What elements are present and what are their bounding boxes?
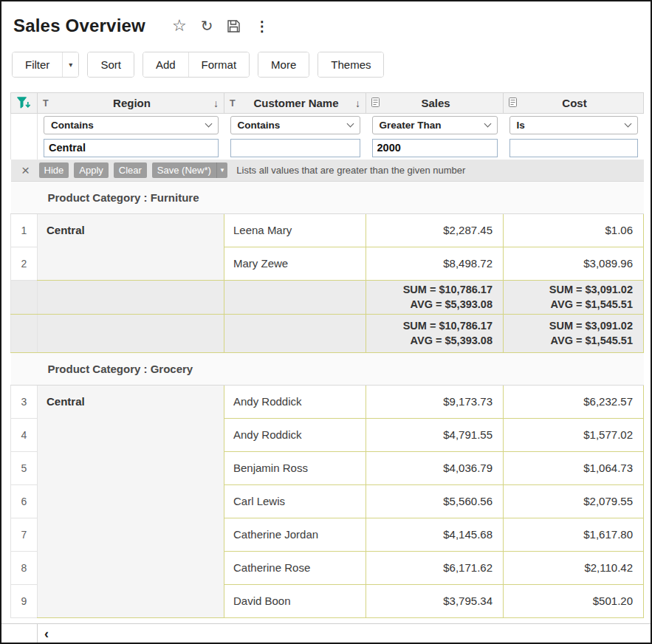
filter-button[interactable]: Filter: [13, 52, 62, 77]
cost-cell: $2,079.55: [504, 484, 644, 518]
region-filter-cell: [38, 137, 224, 160]
sort-button[interactable]: Sort: [88, 52, 134, 77]
row-number: [11, 280, 38, 314]
refresh-icon[interactable]: ↻: [201, 18, 213, 33]
region-operator-dropdown[interactable]: Contains: [44, 116, 219, 134]
row-number: 7: [11, 518, 38, 551]
cost-operator-cell: Is: [504, 114, 644, 137]
sales-cell: $4,791.55: [366, 418, 504, 451]
row-number-spacer: [11, 114, 38, 137]
scroll-corner: [1, 624, 38, 643]
filter-caret-icon[interactable]: ▾: [62, 52, 78, 77]
customer-operator-dropdown[interactable]: Contains: [230, 116, 360, 134]
sales-operator-cell: Greater Than: [366, 114, 504, 137]
table-row: 3 Central Andy Roddick $9,173.73 $6,232.…: [11, 385, 644, 418]
funnel-sort-icon: [16, 97, 32, 109]
chevron-down-icon: [484, 120, 491, 127]
column-header-customer-name[interactable]: T Customer Name ↓: [224, 93, 366, 114]
operator-value: Contains: [238, 120, 281, 131]
sales-filter-input[interactable]: [372, 139, 498, 157]
avg-value: AVG = $5,393.08: [366, 333, 493, 348]
close-filter-icon[interactable]: ×: [18, 163, 34, 177]
customer-cell: Andy Roddick: [224, 385, 366, 418]
themes-button[interactable]: Themes: [318, 52, 383, 77]
sales-cell: $8,498.72: [366, 247, 504, 280]
save-icon[interactable]: [227, 19, 241, 33]
row-number-spacer: [11, 137, 38, 160]
cost-cell: $1,577.02: [504, 418, 644, 451]
customer-cell: [224, 314, 366, 352]
save-filter-button[interactable]: Save (New*): [152, 162, 216, 178]
filter-hint-text: Lists all values that are greater than t…: [236, 165, 465, 176]
table-row: 1 Central Leena Mary $2,287.45 $1.06: [11, 213, 644, 247]
toolbar: Filter ▾ Sort Add Format More Themes: [12, 52, 651, 78]
cost-cell: $2,110.42: [504, 551, 644, 584]
region-operator-cell: Contains: [38, 114, 224, 137]
avg-value: AVG = $1,545.51: [504, 297, 633, 312]
themes-button-group: Themes: [318, 52, 384, 78]
favorite-star-icon[interactable]: ☆: [172, 18, 187, 34]
more-button[interactable]: More: [258, 52, 309, 77]
row-number: 4: [11, 418, 38, 451]
cost-filter-input[interactable]: [509, 139, 638, 157]
region-filter-input[interactable]: [44, 139, 219, 157]
format-button[interactable]: Format: [188, 52, 250, 77]
grand-summary-row: SUM = $10,786.17 AVG = $5,393.08 SUM = $…: [11, 314, 644, 352]
customer-cell: David Boon: [224, 584, 366, 617]
apply-button[interactable]: Apply: [74, 162, 109, 178]
customer-cell: [224, 280, 366, 314]
cost-cell: $1,064.73: [504, 451, 644, 484]
title-actions: ☆ ↻ ⋮: [172, 18, 270, 34]
save-filter-split-button: Save (New*) ▾: [152, 162, 228, 178]
text-type-icon: T: [43, 98, 54, 109]
column-label: Customer Name: [241, 97, 351, 109]
data-grid: T Region ↓ T Customer Name ↓: [10, 92, 644, 618]
sales-cell: $9,173.73: [366, 385, 504, 418]
sales-filter-cell: [366, 137, 504, 160]
row-number: 3: [11, 385, 38, 418]
chevron-down-icon: [624, 120, 631, 127]
sales-cell: $4,036.79: [366, 451, 504, 484]
hide-button[interactable]: Hide: [39, 162, 69, 178]
customer-cell: Andy Roddick: [224, 418, 366, 451]
customer-cell: Carl Lewis: [224, 484, 366, 518]
sales-cell: $5,560.56: [366, 484, 504, 518]
text-type-icon: T: [230, 98, 241, 109]
number-type-icon: [371, 97, 382, 109]
filter-value-row: [11, 137, 644, 160]
add-button[interactable]: Add: [143, 52, 188, 77]
customer-cell: Leena Mary: [224, 213, 366, 247]
page-title: Sales Overview: [13, 16, 145, 36]
sales-summary-cell: SUM = $10,786.17 AVG = $5,393.08: [366, 280, 504, 314]
row-number: 6: [11, 484, 38, 518]
sales-summary-cell: SUM = $10,786.17 AVG = $5,393.08: [366, 314, 504, 352]
operator-value: Is: [517, 120, 525, 131]
horizontal-scrollbar[interactable]: ‹: [1, 623, 651, 643]
sum-value: SUM = $10,786.17: [366, 318, 493, 333]
filter-funnel-header[interactable]: [11, 93, 38, 114]
cost-cell: $6,232.57: [504, 385, 644, 418]
save-filter-caret-icon[interactable]: ▾: [216, 162, 228, 178]
operator-value: Greater Than: [380, 120, 442, 131]
customer-cell: Benjamin Ross: [224, 451, 366, 484]
cost-filter-cell: [504, 137, 644, 160]
column-label: Sales: [382, 97, 489, 109]
column-header-cost[interactable]: Cost: [504, 93, 644, 114]
customer-filter-input[interactable]: [230, 139, 360, 157]
app-window: Sales Overview ☆ ↻ ⋮ Filter ▾ Sort Add F…: [0, 0, 652, 644]
sales-operator-dropdown[interactable]: Greater Than: [372, 116, 498, 134]
column-header-row: T Region ↓ T Customer Name ↓: [11, 93, 644, 114]
group-summary-row: SUM = $10,786.17 AVG = $5,393.08 SUM = $…: [11, 280, 644, 314]
sum-value: SUM = $3,091.02: [504, 282, 633, 297]
sort-descending-icon: ↓: [351, 97, 360, 109]
avg-value: AVG = $5,393.08: [366, 297, 493, 312]
sum-value: SUM = $10,786.17: [366, 282, 493, 297]
row-number: 1: [11, 213, 38, 247]
more-button-group: More: [258, 52, 309, 78]
kebab-menu-icon[interactable]: ⋮: [255, 19, 269, 33]
column-header-region[interactable]: T Region ↓: [38, 93, 224, 114]
scroll-left-icon[interactable]: ‹: [44, 627, 49, 640]
clear-button[interactable]: Clear: [114, 162, 147, 178]
column-header-sales[interactable]: Sales: [366, 93, 504, 114]
cost-operator-dropdown[interactable]: Is: [509, 116, 638, 134]
